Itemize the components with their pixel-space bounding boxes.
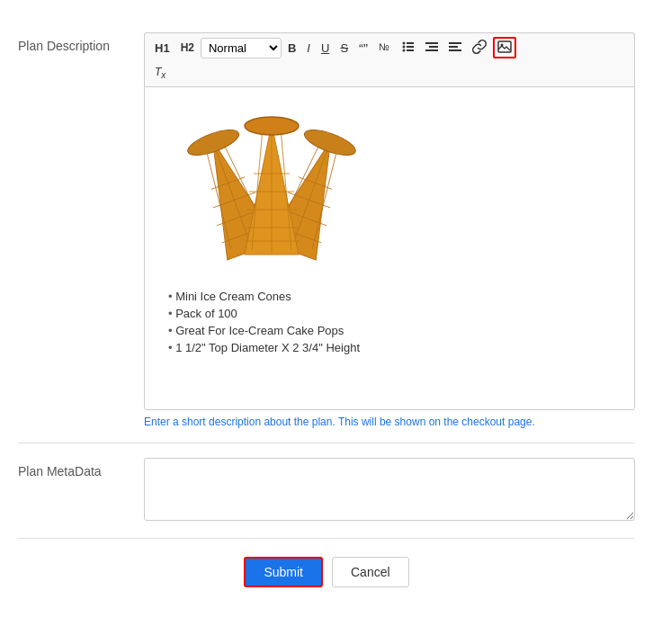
svg-rect-13 <box>498 41 511 52</box>
h2-button[interactable]: H2 <box>176 40 199 56</box>
cancel-button[interactable]: Cancel <box>332 557 409 587</box>
list-item: 1 1/2" Top Diameter X 2 3/4" Height <box>168 341 360 354</box>
list-item: Pack of 100 <box>168 307 360 320</box>
list-item: Great For Ice-Cream Cake Pops <box>168 324 360 337</box>
form-actions: Submit Cancel <box>18 539 635 605</box>
svg-rect-12 <box>449 49 461 51</box>
clear-format-button[interactable]: Tx <box>150 64 170 83</box>
ordered-list-button[interactable]: № <box>374 38 396 58</box>
metadata-textarea[interactable] <box>144 458 635 521</box>
image-button[interactable] <box>493 37 516 58</box>
link-button[interactable] <box>468 37 491 58</box>
editor-content-area[interactable]: Mini Ice Cream Cones Pack of 100 Great F… <box>144 86 635 410</box>
underline-button[interactable]: U <box>317 40 334 57</box>
svg-rect-8 <box>429 46 438 48</box>
ice-cream-cones-image <box>159 102 375 268</box>
svg-point-5 <box>403 49 406 52</box>
svg-point-23 <box>185 125 242 160</box>
svg-text:№: № <box>379 41 389 52</box>
svg-rect-10 <box>449 42 461 44</box>
blockquote-button[interactable]: “” <box>354 39 372 58</box>
svg-point-42 <box>245 117 299 135</box>
editor-toolbar-row1: H1 H2 Normal Heading 1 Heading 2 Heading… <box>144 32 635 62</box>
italic-button[interactable]: I <box>302 40 315 57</box>
svg-point-3 <box>403 46 406 49</box>
svg-rect-7 <box>425 42 438 44</box>
submit-button[interactable]: Submit <box>244 557 323 587</box>
svg-point-32 <box>301 125 358 160</box>
svg-point-1 <box>403 42 406 45</box>
svg-rect-11 <box>449 46 458 48</box>
plan-description-row: Plan Description H1 H2 Normal Heading 1 … <box>18 18 635 443</box>
svg-rect-6 <box>407 49 414 51</box>
list-item: Mini Ice Cream Cones <box>168 290 360 303</box>
svg-rect-2 <box>407 42 414 44</box>
editor-image-container <box>159 102 620 268</box>
strikethrough-button[interactable]: S <box>335 40 353 57</box>
helper-text-link[interactable]: This will be shown on the checkout page. <box>338 416 535 428</box>
bold-button[interactable]: B <box>283 40 300 57</box>
plan-metadata-field <box>144 458 635 523</box>
format-select[interactable]: Normal Heading 1 Heading 2 Heading 3 <box>201 38 282 58</box>
plan-description-label: Plan Description <box>18 32 144 56</box>
helper-text-prefix: Enter a short description about the plan… <box>144 416 335 428</box>
indent-increase-button[interactable] <box>444 38 466 58</box>
svg-rect-4 <box>407 46 414 48</box>
editor-helper-text: Enter a short description about the plan… <box>144 416 635 428</box>
svg-rect-9 <box>425 49 438 51</box>
h1-button[interactable]: H1 <box>150 40 174 57</box>
indent-decrease-button[interactable] <box>421 38 443 58</box>
plan-metadata-row: Plan MetaData <box>18 443 635 539</box>
unordered-list-button[interactable] <box>398 38 419 58</box>
plan-description-field: H1 H2 Normal Heading 1 Heading 2 Heading… <box>144 32 635 428</box>
bullet-list: Mini Ice Cream Cones Pack of 100 Great F… <box>159 290 360 358</box>
editor-toolbar-row2: Tx <box>144 62 635 86</box>
plan-metadata-label: Plan MetaData <box>18 458 144 481</box>
